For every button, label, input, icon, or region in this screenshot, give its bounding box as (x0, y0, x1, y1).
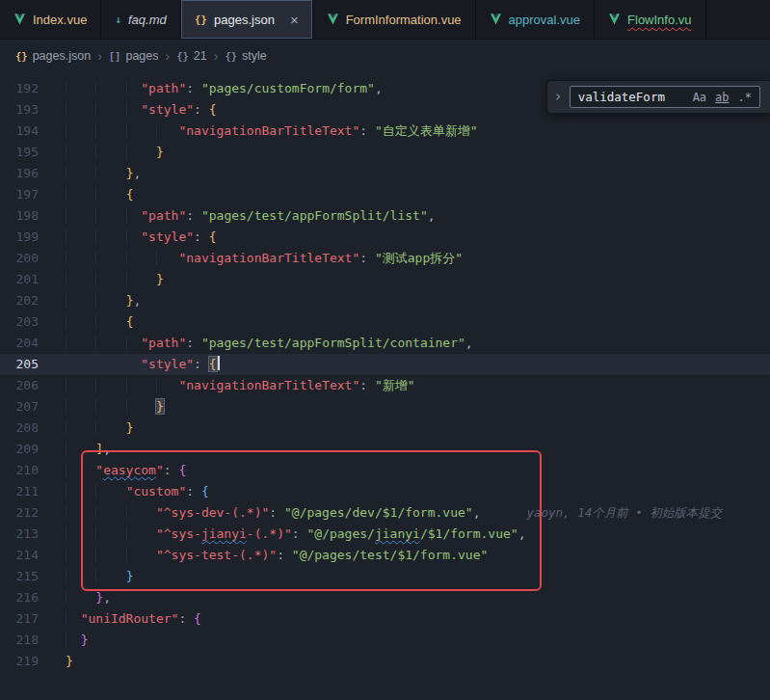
code-token: : (186, 208, 201, 223)
breadcrumb-item-style[interactable]: {}style (225, 49, 266, 63)
tab-label: FlowInfo.vu (627, 13, 691, 27)
tab-index-vue[interactable]: Index.vue (0, 0, 101, 39)
code-line-197[interactable]: 197 { (0, 184, 770, 205)
find-query-text[interactable]: validateForm (578, 90, 684, 104)
code-token: "path" (141, 208, 186, 223)
code-token: "navigationBarTitleText" (178, 123, 359, 138)
indent-guides (66, 81, 141, 95)
line-number[interactable]: 195 (0, 142, 66, 163)
close-tab-icon[interactable]: × (290, 13, 299, 27)
match-case-icon[interactable]: Aa (693, 92, 706, 103)
line-number[interactable]: 207 (0, 396, 66, 417)
code-content: "^sys-jianyi-(.*)": "@/pages/jianyi/$1/f… (66, 524, 525, 545)
line-number[interactable]: 211 (0, 481, 66, 502)
breadcrumb-item-pages[interactable]: []pages (109, 49, 159, 63)
code-content: }, (66, 587, 111, 608)
code-line-195[interactable]: 195 } (0, 142, 770, 163)
code-content: } (66, 142, 164, 163)
line-number[interactable]: 193 (0, 99, 66, 121)
line-number[interactable]: 212 (0, 502, 66, 524)
code-token: "navigationBarTitleText" (178, 378, 359, 392)
code-token: { (209, 102, 217, 117)
line-number[interactable]: 201 (0, 269, 66, 290)
code-line-215[interactable]: 215 } (0, 566, 770, 587)
line-number[interactable]: 216 (0, 587, 66, 608)
code-line-208[interactable]: 208 } (0, 417, 770, 439)
line-number[interactable]: 202 (0, 290, 66, 311)
code-line-194[interactable]: 194 "navigationBarTitleText": "自定义表单新增" (0, 121, 770, 142)
indent-guides (66, 633, 81, 647)
code-line-210[interactable]: 210 "easycom": { (0, 460, 770, 481)
line-number[interactable]: 203 (0, 311, 66, 333)
line-number[interactable]: 200 (0, 248, 66, 269)
line-number[interactable]: 210 (0, 460, 66, 481)
code-line-211[interactable]: 211 "custom": { (0, 481, 770, 502)
code-line-199[interactable]: 199 "style": { (0, 227, 770, 248)
line-number[interactable]: 214 (0, 545, 66, 566)
line-number[interactable]: 198 (0, 205, 66, 227)
code-line-196[interactable]: 196 }, (0, 163, 770, 184)
code-content: "style": { (66, 99, 217, 121)
code-line-202[interactable]: 202 }, (0, 290, 770, 311)
whole-word-icon[interactable]: ab (715, 92, 729, 103)
line-number[interactable]: 197 (0, 184, 66, 205)
line-number[interactable]: 192 (0, 78, 66, 99)
code-line-205[interactable]: 205 "style": { (0, 354, 770, 375)
tab-faq-md[interactable]: ↓faq.md (101, 0, 180, 39)
tab-label: Index.vue (33, 13, 87, 27)
line-number[interactable]: 199 (0, 227, 66, 248)
code-token: { (194, 611, 201, 626)
code-token: } (156, 145, 164, 159)
line-number[interactable]: 218 (0, 630, 66, 651)
editor[interactable]: 192 "path": "pages/customForm/form",193 … (0, 72, 770, 700)
line-number[interactable]: 215 (0, 566, 66, 587)
line-number[interactable]: 209 (0, 439, 66, 460)
code-line-219[interactable]: 219} (0, 651, 770, 672)
toggle-replace-chevron-icon[interactable]: › (554, 90, 563, 104)
line-number[interactable]: 205 (0, 354, 66, 375)
line-number[interactable]: 196 (0, 163, 66, 184)
code-token: ] (95, 442, 103, 456)
code-line-218[interactable]: 218 } (0, 630, 770, 651)
code-line-203[interactable]: 203 { (0, 311, 770, 333)
code-token: : (178, 611, 194, 626)
line-number[interactable]: 213 (0, 524, 66, 545)
line-number[interactable]: 194 (0, 121, 66, 142)
code-line-217[interactable]: 217 "uniIdRouter": { (0, 608, 770, 630)
code-line-214[interactable]: 214 "^sys-test-(.*)": "@/pages/test/$1/f… (0, 545, 770, 566)
tab-flowinfo-vu[interactable]: FlowInfo.vu (595, 0, 705, 39)
code-token: "@/pages/ (306, 526, 374, 541)
breadcrumb-separator-icon: › (97, 48, 102, 64)
indent-guides (66, 463, 95, 477)
code-line-200[interactable]: 200 "navigationBarTitleText": "测试app拆分" (0, 248, 770, 269)
code-token: "style" (141, 229, 194, 244)
line-number[interactable]: 208 (0, 417, 66, 439)
code-token: jianyi (201, 526, 247, 541)
symbol-icon: [] (109, 50, 121, 62)
code-line-216[interactable]: 216 }, (0, 587, 770, 608)
line-number[interactable]: 219 (0, 651, 66, 672)
code-token: : (359, 251, 375, 265)
breadcrumb-item-pages-json[interactable]: {}pages.json (15, 49, 91, 63)
code-content: "navigationBarTitleText": "新增" (66, 375, 415, 396)
code-line-207[interactable]: 207 } (0, 396, 770, 417)
find-input[interactable]: validateForm Aa ab .* (570, 86, 760, 108)
code-line-212[interactable]: 212 "^sys-dev-(.*)": "@/pages/dev/$1/for… (0, 502, 770, 524)
code-token: : (277, 548, 292, 562)
breadcrumb-item-21[interactable]: {}21 (176, 49, 207, 63)
code-line-204[interactable]: 204 "path": "pages/test/appFormSplit/con… (0, 333, 770, 354)
code-line-198[interactable]: 198 "path": "pages/test/appFormSplit/lis… (0, 205, 770, 227)
code-token: "path" (141, 81, 186, 95)
code-line-209[interactable]: 209 ], (0, 439, 770, 460)
line-number[interactable]: 217 (0, 608, 66, 630)
tab-pages-json[interactable]: {}pages.json× (181, 0, 313, 39)
code-line-201[interactable]: 201 } (0, 269, 770, 290)
tab-approval-vue[interactable]: approval.vue (476, 0, 595, 39)
line-number[interactable]: 206 (0, 375, 66, 396)
code-content: } (66, 651, 73, 672)
code-line-206[interactable]: 206 "navigationBarTitleText": "新增" (0, 375, 770, 396)
line-number[interactable]: 204 (0, 333, 66, 354)
regex-icon[interactable]: .* (738, 92, 752, 103)
tab-forminformation-vue[interactable]: FormInformation.vue (313, 0, 476, 39)
code-line-213[interactable]: 213 "^sys-jianyi-(.*)": "@/pages/jianyi/… (0, 524, 770, 545)
